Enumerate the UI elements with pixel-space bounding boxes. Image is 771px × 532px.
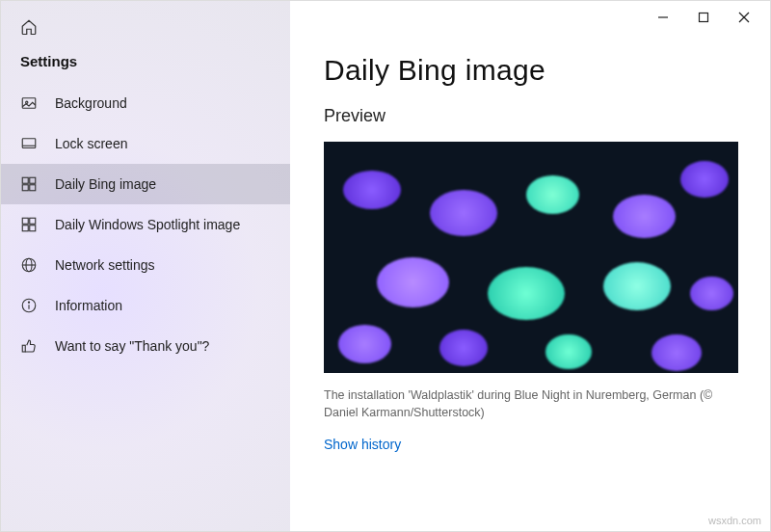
sidebar-item-information[interactable]: Information <box>1 285 290 326</box>
picture-icon <box>20 94 38 112</box>
sidebar-item-daily-spotlight[interactable]: Daily Windows Spotlight image <box>1 204 290 245</box>
close-icon <box>738 12 750 23</box>
spotlight-icon <box>20 216 38 233</box>
svg-rect-8 <box>22 177 28 183</box>
preview-image <box>324 142 738 373</box>
sidebar-item-label: Lock screen <box>55 136 127 151</box>
svg-rect-11 <box>30 185 36 191</box>
image-caption: The installation 'Waldplastik' during Bl… <box>324 386 736 421</box>
minimize-button[interactable] <box>653 8 673 27</box>
show-history-link[interactable]: Show history <box>324 437 736 452</box>
dashboard-icon <box>20 175 38 193</box>
close-button[interactable] <box>734 8 754 27</box>
svg-rect-6 <box>22 139 36 148</box>
minimize-icon <box>657 12 669 23</box>
preview-heading: Preview <box>324 106 736 126</box>
sidebar: Settings Background Lock screen Daily Bi… <box>1 1 290 531</box>
svg-rect-1 <box>700 13 708 22</box>
home-icon <box>20 18 38 36</box>
svg-rect-22 <box>22 345 25 352</box>
sidebar-item-label: Want to say "Thank you"? <box>55 338 209 354</box>
sidebar-title: Settings <box>1 49 290 83</box>
maximize-icon <box>698 12 709 23</box>
sidebar-item-label: Daily Windows Spotlight image <box>55 217 240 232</box>
globe-icon <box>20 256 38 274</box>
sidebar-item-label: Background <box>55 95 127 111</box>
window-controls <box>653 0 771 35</box>
sidebar-item-label: Daily Bing image <box>55 176 156 192</box>
watermark: wsxdn.com <box>708 515 761 526</box>
info-icon <box>20 297 38 314</box>
sidebar-item-daily-bing[interactable]: Daily Bing image <box>1 164 290 204</box>
svg-point-5 <box>26 101 28 103</box>
sidebar-item-thank-you[interactable]: Want to say "Thank you"? <box>1 326 290 366</box>
maximize-button[interactable] <box>694 8 713 27</box>
home-button[interactable] <box>1 9 290 49</box>
svg-rect-12 <box>22 218 28 224</box>
svg-rect-10 <box>22 185 28 191</box>
sidebar-item-network[interactable]: Network settings <box>1 245 290 285</box>
sidebar-item-label: Information <box>55 298 122 313</box>
svg-rect-13 <box>30 218 36 224</box>
lock-screen-icon <box>20 135 38 152</box>
svg-rect-9 <box>30 177 36 183</box>
svg-rect-15 <box>30 226 36 231</box>
thumbs-up-icon <box>20 337 38 355</box>
main-content: Daily Bing image Preview The installatio… <box>290 1 770 531</box>
svg-rect-14 <box>22 226 28 231</box>
page-title: Daily Bing image <box>324 54 736 87</box>
sidebar-item-background[interactable]: Background <box>1 83 290 123</box>
sidebar-item-lock-screen[interactable]: Lock screen <box>1 123 290 164</box>
svg-point-21 <box>28 302 29 303</box>
sidebar-item-label: Network settings <box>55 257 154 273</box>
